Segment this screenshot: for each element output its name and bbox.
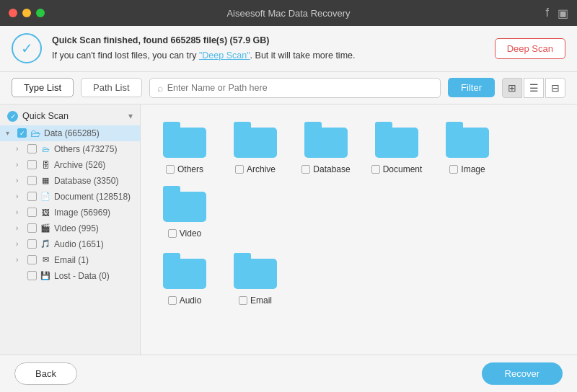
grid-label-audio: Audio — [180, 295, 202, 306]
archive-icon: 🗄 — [40, 160, 51, 169]
view-toggle: ⊞ ☰ ⊟ — [502, 78, 565, 98]
expand-arrow-icon: › — [16, 177, 25, 184]
grid-item-document[interactable]: Document — [364, 116, 429, 174]
tab-path-list[interactable]: Path List — [81, 78, 142, 97]
deep-scan-button[interactable]: Deep Scan — [495, 38, 565, 59]
chevron-down-icon: ▾ — [128, 111, 133, 121]
database-icon: ▦ — [40, 176, 51, 185]
list-view-button[interactable]: ☰ — [524, 78, 544, 98]
sidebar-checkbox-others[interactable] — [27, 144, 37, 153]
folder-icon-data: 🗁 — [30, 128, 41, 138]
expand-arrow-icon: › — [16, 208, 25, 216]
sidebar-checkbox-document[interactable] — [27, 192, 37, 201]
search-box: ⌕ — [149, 78, 441, 98]
grid-item-database[interactable]: Database — [294, 116, 358, 174]
expand-arrow-icon: ▾ — [6, 129, 14, 137]
sidebar-label-data: Data (665285) — [44, 128, 100, 138]
minimize-button[interactable] — [22, 9, 31, 17]
toolbar: Type List Path List ⌕ Filter ⊞ ☰ ⊟ — [0, 72, 577, 104]
sidebar-item-data[interactable]: ▾ ✓ 🗁 Data (665285) — [0, 125, 140, 141]
column-view-button[interactable]: ⊟ — [545, 78, 565, 98]
expand-arrow-icon: › — [16, 192, 25, 200]
folder-icon-video-grid — [163, 186, 206, 222]
window-controls[interactable] — [9, 9, 45, 17]
sidebar-label-video: Video (995) — [54, 223, 99, 233]
sidebar-checkbox-lost[interactable] — [27, 271, 37, 280]
folder-icon-email-grid — [234, 253, 277, 289]
document-icon: 📄 — [40, 192, 51, 201]
sidebar-item-database[interactable]: › ▦ Database (3350) — [0, 173, 140, 189]
sidebar-label-document: Document (128518) — [54, 192, 131, 202]
sidebar-item-document[interactable]: › 📄 Document (128518) — [0, 189, 140, 205]
deep-scan-link[interactable]: "Deep Scan" — [199, 50, 250, 61]
grid-checkbox-document[interactable] — [371, 165, 380, 174]
sidebar-item-lost-data[interactable]: 💾 Lost - Data (0) — [0, 268, 140, 284]
recover-button[interactable]: Recover — [482, 362, 563, 385]
grid-item-others[interactable]: Others — [152, 116, 217, 174]
grid-checkbox-audio[interactable] — [168, 296, 177, 305]
sidebar-item-image[interactable]: › 🖼 Image (56969) — [0, 205, 140, 220]
grid-view-button[interactable]: ⊞ — [502, 78, 522, 98]
grid-item-audio[interactable]: Audio — [152, 247, 217, 306]
grid-label-document: Document — [383, 164, 423, 174]
grid-label-image: Image — [461, 164, 485, 174]
grid-checkbox-email[interactable] — [239, 296, 247, 305]
grid-checkbox-archive[interactable] — [235, 165, 244, 174]
filter-button[interactable]: Filter — [448, 78, 495, 97]
maximize-button[interactable] — [36, 9, 45, 17]
search-input[interactable] — [167, 83, 433, 93]
grid-item-email[interactable]: Email — [223, 247, 288, 306]
sidebar-checkbox-image[interactable] — [27, 208, 37, 217]
folder-icon-image-grid — [446, 122, 489, 158]
expand-arrow-icon: › — [16, 256, 25, 264]
sidebar-checkbox-email[interactable] — [27, 255, 37, 264]
folder-icon-audio-grid — [163, 253, 206, 289]
facebook-icon[interactable]: f — [546, 6, 549, 20]
scan-hint-text: If you can't find lost files, you can tr… — [52, 48, 355, 63]
app-title: Aiseesoft Mac Data Recovery — [226, 8, 350, 19]
folder-icon-database-grid — [304, 122, 348, 158]
title-bar-icons: f ▣ — [546, 6, 568, 20]
main-content: ✓ Quick Scan ▾ ▾ ✓ 🗁 Data (665285) › 🗁 O… — [0, 104, 577, 355]
grid-label-database: Database — [313, 164, 350, 174]
email-icon: ✉ — [40, 255, 51, 264]
grid-item-image[interactable]: Image — [435, 116, 500, 174]
sidebar-checkbox-audio[interactable] — [27, 239, 37, 249]
sidebar-checkbox-data[interactable]: ✓ — [17, 128, 27, 138]
tab-type-list[interactable]: Type List — [12, 78, 74, 97]
grid-label-archive: Archive — [247, 164, 276, 174]
grid-item-archive[interactable]: Archive — [223, 116, 288, 174]
footer: Back Recover — [0, 355, 577, 392]
sidebar-label-image: Image (56969) — [54, 208, 110, 218]
sidebar-item-email[interactable]: › ✉ Email (1) — [0, 252, 140, 268]
feedback-icon[interactable]: ▣ — [558, 6, 568, 20]
video-icon: 🎬 — [40, 223, 51, 233]
scan-result-text: Quick Scan finished, found 665285 file(s… — [52, 33, 355, 48]
sidebar-checkbox-archive[interactable] — [27, 160, 37, 169]
grid-row-2: Audio Email — [152, 247, 565, 306]
status-bar: ✓ Quick Scan finished, found 665285 file… — [0, 26, 577, 72]
audio-icon: 🎵 — [40, 239, 51, 249]
folder-icon-others-grid — [163, 122, 206, 158]
sidebar-checkbox-database[interactable] — [27, 176, 37, 185]
grid-checkbox-image[interactable] — [449, 165, 458, 174]
sidebar-item-archive[interactable]: › 🗄 Archive (526) — [0, 157, 140, 173]
sidebar-label-database: Database (3350) — [54, 176, 118, 186]
drive-icon: 💾 — [40, 271, 51, 280]
close-button[interactable] — [9, 9, 17, 17]
sidebar-checkbox-video[interactable] — [27, 223, 37, 233]
grid-checkbox-video[interactable] — [168, 229, 177, 238]
back-button[interactable]: Back — [14, 362, 77, 385]
sidebar-item-audio[interactable]: › 🎵 Audio (1651) — [0, 236, 140, 252]
grid-row-1: Others Archive — [152, 116, 565, 239]
grid-checkbox-others[interactable] — [166, 165, 175, 174]
quick-scan-row[interactable]: ✓ Quick Scan ▾ — [0, 107, 140, 125]
sidebar-item-video[interactable]: › 🎬 Video (995) — [0, 220, 140, 236]
grid-label-others: Others — [177, 164, 203, 174]
sidebar-item-others[interactable]: › 🗁 Others (473275) — [0, 141, 140, 157]
grid-checkbox-database[interactable] — [301, 165, 310, 174]
expand-arrow-icon: › — [16, 240, 25, 248]
search-icon: ⌕ — [157, 82, 163, 94]
grid-item-video[interactable]: Video — [152, 180, 217, 239]
sidebar-label-archive: Archive (526) — [54, 160, 105, 170]
